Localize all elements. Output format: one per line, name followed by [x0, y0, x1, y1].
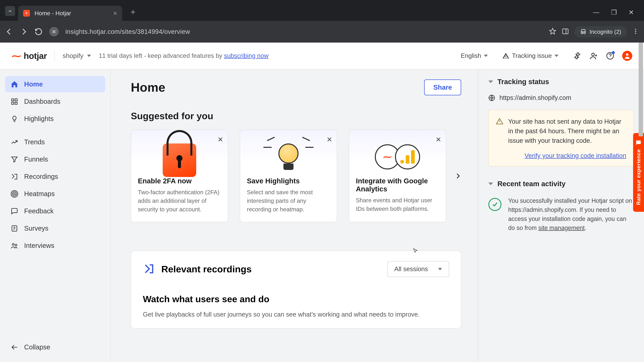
card-title: Integrate with Google Analytics — [356, 177, 439, 193]
sidebar-label: Dashboards — [24, 98, 60, 105]
app-page: ⁓ hotjar shopify 11 trial days left - ke… — [0, 42, 644, 362]
sidebar-item-recordings[interactable]: Recordings — [5, 168, 105, 185]
sidebar-label: Recordings — [24, 173, 58, 180]
help-icon[interactable] — [606, 51, 614, 60]
lightbulb-icon — [11, 115, 18, 122]
window-maximize-icon[interactable]: ❐ — [611, 9, 617, 16]
scrollbar-thumb[interactable] — [639, 42, 643, 136]
sidebar-item-heatmaps[interactable]: Heatmaps — [5, 186, 105, 202]
browser-menu-icon[interactable] — [632, 28, 639, 35]
google-analytics-illustration-icon: ⁓ — [356, 137, 439, 177]
tracking-issue-dropdown[interactable]: Tracking issue — [502, 52, 558, 59]
browser-toolbar: insights.hotjar.com/sites/3814994/overvi… — [0, 21, 644, 42]
trial-message: 11 trial days left - keep advanced featu… — [99, 52, 268, 59]
svg-rect-9 — [12, 102, 14, 104]
sidebar-item-feedback[interactable]: Feedback — [5, 203, 105, 219]
card-desc: Share events and Hotjar user IDs between… — [356, 196, 439, 213]
collapse-label: Collapse — [24, 344, 50, 351]
activity-item: You successfully installed your Hotjar s… — [488, 196, 634, 232]
subscribe-link[interactable]: subscribing now — [224, 52, 268, 59]
tracking-status-label: Tracking status — [498, 78, 549, 86]
recordings-title: Relevant recordings — [161, 264, 252, 275]
incognito-indicator[interactable]: Incognito (2) — [574, 26, 627, 37]
close-icon[interactable]: × — [436, 135, 441, 144]
sidebar-item-dashboards[interactable]: Dashboards — [5, 93, 105, 110]
site-info-button[interactable] — [49, 27, 59, 36]
scrollbar[interactable] — [639, 42, 644, 362]
integrations-icon[interactable] — [573, 51, 582, 60]
invite-user-icon[interactable] — [589, 51, 598, 60]
side-panel-icon[interactable] — [562, 28, 569, 36]
card-title: Save Highlights — [247, 177, 330, 185]
suggestion-card-ga[interactable]: × ⁓ Integrate with Google Analytics Shar… — [349, 130, 446, 222]
svg-point-16 — [15, 244, 17, 246]
collapse-triangle-icon — [488, 80, 493, 83]
sidebar-item-surveys[interactable]: Surveys — [5, 220, 105, 237]
close-icon[interactable]: × — [218, 135, 223, 144]
new-tab-button[interactable]: + — [130, 7, 136, 17]
reload-button[interactable] — [34, 28, 42, 36]
carousel-next-button[interactable] — [453, 171, 463, 181]
language-selector[interactable]: English — [461, 52, 488, 59]
window-close-icon[interactable]: ✕ — [628, 9, 634, 16]
browser-tab[interactable]: Home - Hotjar × — [18, 6, 122, 21]
window-minimize-icon[interactable]: ― — [593, 9, 600, 16]
funnel-icon — [11, 156, 18, 163]
recordings-desc: Get live playbacks of full user journeys… — [143, 311, 449, 318]
hotjar-logo[interactable]: ⁓ hotjar — [12, 50, 47, 61]
logo-text: hotjar — [24, 51, 47, 61]
sidebar-item-interviews[interactable]: Interviews — [5, 238, 105, 254]
svg-rect-0 — [563, 29, 568, 34]
sidebar-item-highlights[interactable]: Highlights — [5, 111, 105, 127]
user-avatar[interactable] — [622, 51, 632, 61]
home-icon — [11, 81, 18, 88]
sessions-selector[interactable]: All sessions — [387, 261, 449, 277]
svg-point-6 — [626, 53, 628, 56]
sidebar-item-home[interactable]: Home — [5, 76, 105, 92]
suggestion-card-highlights[interactable]: × Sav — [240, 130, 337, 222]
dashboard-icon — [11, 98, 18, 105]
divider — [54, 50, 55, 62]
collapse-sidebar-button[interactable]: Collapse — [5, 339, 105, 355]
main-content: Home Share Suggested for you × Enable 2F… — [111, 69, 478, 362]
tab-close-icon[interactable]: × — [113, 10, 117, 16]
hotjar-favicon-icon — [23, 10, 30, 16]
app-header: ⁓ hotjar shopify 11 trial days left - ke… — [0, 42, 644, 69]
back-button[interactable] — [5, 28, 13, 36]
page-title: Home — [131, 80, 165, 94]
sidebar-item-funnels[interactable]: Funnels — [5, 151, 105, 167]
suggestion-carousel: × Enable 2FA now Two-factor authenticati… — [131, 130, 461, 222]
forward-button[interactable] — [20, 28, 28, 36]
warning-text: Your site has not sent any data to Hotja… — [508, 117, 626, 145]
sidebar-label: Funnels — [24, 156, 48, 163]
site-url-text: https://admin.shopify.com — [500, 94, 571, 101]
close-icon[interactable]: × — [327, 135, 332, 144]
heatmap-icon — [11, 190, 18, 198]
site-selector-label: shopify — [62, 52, 83, 59]
card-desc: Two-factor authentication (2FA) adds an … — [138, 188, 221, 214]
recent-activity-header[interactable]: Recent team activity — [488, 180, 634, 188]
bookmark-star-icon[interactable] — [549, 28, 556, 36]
share-button[interactable]: Share — [424, 79, 461, 95]
address-bar[interactable]: insights.hotjar.com/sites/3814994/overvi… — [66, 28, 542, 35]
verify-tracking-link[interactable]: Verify your tracking code installation — [496, 152, 626, 159]
lightbulb-illustration-icon — [247, 137, 330, 177]
sidebar-label: Surveys — [24, 225, 48, 232]
browser-tabstrip: Home - Hotjar × + ― ❐ ✕ — [0, 0, 644, 21]
hotjar-flame-icon: ⁓ — [12, 50, 21, 61]
site-selector[interactable]: shopify — [62, 52, 91, 59]
tab-title: Home - Hotjar — [34, 10, 106, 16]
relevant-recordings-panel: Relevant recordings All sessions Watch w… — [131, 251, 461, 329]
tracking-status-header[interactable]: Tracking status — [488, 78, 634, 86]
suggestion-card-2fa[interactable]: × Enable 2FA now Two-factor authenticati… — [131, 130, 228, 222]
tab-search-button[interactable] — [5, 6, 15, 16]
sidebar-label: Heatmaps — [24, 190, 55, 198]
sidebar-item-trends[interactable]: Trends — [5, 134, 105, 150]
card-title: Enable 2FA now — [138, 177, 221, 185]
warning-icon — [496, 118, 503, 125]
site-management-link[interactable]: site management — [538, 224, 585, 231]
sidebar: Home Dashboards Highlights Trends Funnel… — [0, 69, 111, 362]
right-panel: Tracking status https://admin.shopify.co… — [478, 69, 644, 362]
svg-point-1 — [635, 29, 636, 30]
caret-down-icon — [87, 55, 91, 57]
